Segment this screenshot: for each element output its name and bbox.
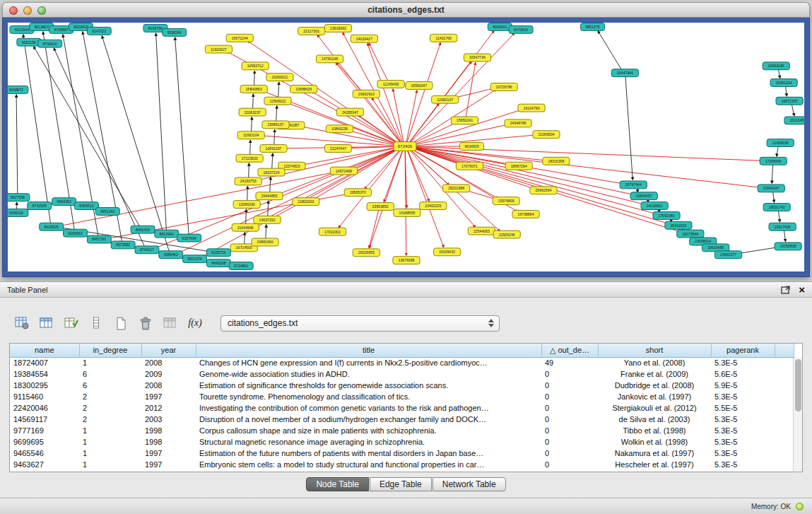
graph-node-label: 8730916 — [43, 42, 57, 46]
cell-short: Hescheler et al. (1997) — [598, 459, 711, 470]
show-columns-icon[interactable] — [37, 315, 56, 332]
cell-in_degree: 1 — [79, 448, 141, 459]
new-document-icon[interactable] — [112, 315, 130, 332]
graph-node-label: 25201988 — [448, 186, 464, 190]
select-columns-icon[interactable] — [62, 315, 81, 332]
graph-edge — [773, 192, 775, 202]
tab-node-table[interactable]: Node Table — [306, 477, 369, 491]
cell-out_de: 0 — [541, 414, 598, 425]
graph-edge — [625, 76, 632, 180]
graph-node-label: 21459038 — [772, 141, 789, 145]
graph-edge — [16, 95, 18, 194]
cell-out_de: 0 — [541, 391, 598, 402]
column-header-name[interactable]: name — [10, 344, 79, 357]
graph-node-label: 15976809 — [498, 199, 514, 203]
cell-out_de: 0 — [541, 425, 598, 436]
table-row[interactable]: 946554611997Estimation of the future num… — [10, 448, 794, 459]
table-row[interactable]: 1830029562008Estimation of significance … — [10, 380, 794, 391]
graph-node-label: 8235719 — [211, 250, 225, 255]
cell-filler — [775, 425, 794, 436]
import-table-icon[interactable] — [161, 315, 180, 332]
network-canvas[interactable]: 6724099634509159502411208210718590347112… — [8, 23, 804, 271]
graph-node-label: 8812940 — [160, 232, 174, 236]
graph-edge — [175, 37, 189, 235]
graph-node-label: 20402225 — [425, 204, 441, 208]
graph-node-label: 12082107 — [437, 98, 453, 102]
cell-in_degree: 1 — [79, 459, 141, 470]
graph-node-label: 22127301 — [303, 29, 319, 33]
cell-year: 2012 — [141, 402, 196, 414]
cell-filler — [775, 414, 794, 425]
function-icon[interactable]: f(x) — [186, 315, 204, 332]
cell-out_de: 49 — [541, 357, 598, 368]
graph-edge — [410, 122, 456, 145]
table-row[interactable]: 2242004622012Investigating the contribut… — [10, 402, 794, 414]
cell-short: de Silva et al. (2003) — [598, 414, 711, 425]
graph-node-label: 11245493 — [383, 82, 399, 86]
table-row[interactable]: 969969511998Structural magnetic resonanc… — [10, 436, 794, 448]
network-graph[interactable]: 6724099634509159502411208210718590347112… — [8, 23, 804, 271]
graph-node-label: 10691337 — [266, 146, 282, 151]
table-scrollbar-thumb[interactable] — [795, 359, 801, 411]
table-row[interactable]: 1456911722003Disruption of a novel membe… — [10, 414, 794, 425]
float-panel-icon[interactable] — [781, 286, 790, 294]
graph-edge — [784, 230, 785, 241]
cell-pagerank: 5.5E-5 — [711, 402, 775, 414]
cell-in_degree: 6 — [79, 368, 141, 380]
column-header-short[interactable]: short — [598, 344, 711, 357]
zoom-window-button[interactable] — [37, 6, 46, 15]
close-panel-icon[interactable]: × — [799, 286, 805, 294]
graph-node-label: 25410329 — [670, 223, 686, 228]
graph-edge — [276, 106, 277, 122]
minimize-window-button[interactable] — [23, 6, 32, 15]
graph-node-label: 9147022 — [92, 29, 106, 33]
table-row[interactable]: 911546021997Tourette syndrome. Phenomeno… — [10, 391, 794, 402]
graph-edge — [369, 210, 379, 248]
column-header-pagerank[interactable]: pagerank — [711, 344, 775, 357]
column-header-in_degree[interactable]: in_degree — [79, 344, 141, 357]
column-header-out_de[interactable]: △ out_de… — [541, 344, 598, 357]
window-titlebar[interactable]: citations_edges.txt — [2, 2, 810, 18]
table-row[interactable]: 1938455462009Genome-wide association stu… — [10, 368, 794, 380]
graph-node-label: 23686137 — [268, 122, 284, 127]
table-panel: Table Panel × — [0, 281, 812, 498]
graph-node-label: 14637292 — [259, 218, 276, 222]
graph-node-label: 17692380 — [659, 214, 675, 218]
column-header-year[interactable]: year — [141, 344, 196, 357]
graph-edge — [253, 94, 254, 109]
cell-pagerank: 5.3E-5 — [711, 425, 775, 436]
column-header-title[interactable]: title — [196, 344, 541, 357]
cell-filler — [775, 402, 794, 414]
cell-in_degree: 1 — [79, 436, 141, 448]
delete-icon[interactable] — [136, 315, 155, 332]
tab-edge-table[interactable]: Edge Table — [370, 477, 432, 491]
tab-network-table[interactable]: Network Table — [433, 477, 506, 491]
cell-filler — [775, 459, 794, 470]
cell-pagerank: 5.9E-5 — [711, 380, 775, 391]
graph-node-label: 672409 — [398, 144, 413, 148]
graph-node-label: 9694353 — [57, 199, 71, 204]
status-bar: Memory: OK — [0, 498, 812, 514]
close-window-button[interactable] — [9, 6, 18, 15]
cell-title: Corpus callosum shape and size in male p… — [196, 425, 541, 436]
table-row[interactable]: 946362711997Embryonic stem cells: a mode… — [10, 459, 794, 470]
graph-node-label: 24106811 — [647, 204, 663, 208]
cell-year: 2008 — [141, 357, 196, 368]
graph-node-label: 8618525 — [45, 225, 59, 229]
graph-edge — [270, 177, 271, 192]
cell-in_degree: 2 — [79, 402, 141, 414]
graph-node-label: 13056330 — [239, 202, 255, 206]
table-row[interactable]: 1872400712008Changes of HCN gene express… — [10, 357, 794, 368]
table-row[interactable]: 977716911998Corpus callosum shape and si… — [10, 425, 794, 436]
graph-node-label: 8851275 — [586, 25, 600, 29]
table-scrollbar[interactable] — [793, 358, 802, 472]
graph-node-label: 10840239 — [331, 127, 348, 131]
rows-icon[interactable] — [87, 315, 105, 332]
graph-node-label: 10953712 — [247, 64, 264, 68]
cell-out_de: 0 — [541, 459, 598, 470]
table-settings-icon[interactable] — [13, 315, 31, 332]
table-tabs: Node TableEdge TableNetwork Table — [0, 477, 812, 491]
graph-node-label: 24931077 — [720, 252, 736, 257]
cell-in_degree: 2 — [79, 414, 141, 425]
table-source-select[interactable]: citations_edges.txt — [220, 315, 500, 332]
